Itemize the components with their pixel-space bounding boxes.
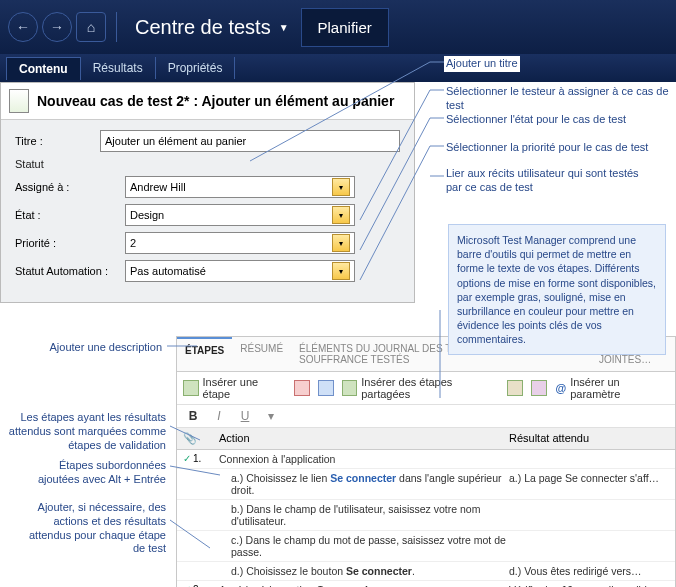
chevron-down-icon: ▾ [332, 178, 350, 196]
shared-steps-icon [342, 380, 358, 396]
tab-contenu[interactable]: Contenu [6, 57, 81, 80]
callout-stories: Lier aux récits utilisateur qui sont tes… [444, 166, 644, 196]
tab-row: Contenu Résultats Propriétés [0, 54, 676, 82]
tab-resume[interactable]: RÉSUMÉ [232, 337, 291, 371]
app-title-text: Centre de tests [135, 16, 271, 39]
titlebar: ← → ⌂ Centre de tests ▼ Planifier [0, 0, 676, 54]
extra-button-2[interactable] [531, 380, 547, 396]
chevron-down-icon: ▾ [332, 234, 350, 252]
app-title[interactable]: Centre de tests ▼ [135, 16, 289, 39]
bold-button[interactable]: B [183, 409, 203, 423]
etat-label: État : [15, 209, 125, 221]
insert-step-icon [183, 380, 199, 396]
at-icon: @ [555, 382, 566, 394]
arrow-icon [294, 380, 310, 396]
move-up-button[interactable] [294, 380, 310, 396]
arrow-icon [318, 380, 334, 396]
etat-select[interactable]: Design ▾ [125, 204, 355, 226]
callout-addsteps: Ajouter, si nécessaire, des actions et d… [18, 500, 168, 557]
insert-step-label: Insérer une étape [203, 376, 286, 400]
tool-icon [531, 380, 547, 396]
chevron-down-icon: ▼ [279, 22, 289, 33]
assigne-label: Assigné à : [15, 181, 125, 193]
row-automation: Statut Automation : Pas automatisé ▾ [15, 260, 400, 282]
step-row[interactable]: b.) Dans le champ de l'utilisateur, sais… [177, 500, 675, 531]
callout-validation: Les étapes ayant les résultats attendus … [4, 410, 168, 453]
automation-value: Pas automatisé [130, 265, 206, 277]
form-area: Titre : Statut Assigné à : Andrew Hill ▾… [1, 120, 414, 302]
insert-param-label: Insérer un paramètre [570, 376, 669, 400]
step-row[interactable]: c.) Dans le champ du mot de passe, saisi… [177, 531, 675, 562]
italic-button[interactable]: I [209, 409, 229, 423]
step-row[interactable]: d.) Choisissez le bouton Se connecter.d.… [177, 562, 675, 581]
page-header: Nouveau cas de test 2* : Ajouter un élém… [1, 83, 414, 120]
steps-body: ✓1.Connexion à l'application a.) Choisis… [177, 450, 675, 587]
attach-icon: 📎 [183, 432, 219, 445]
callout-substeps: Étapes subordonnées ajoutées avec Alt + … [18, 458, 168, 488]
assigne-value: Andrew Hill [130, 181, 186, 193]
priorite-value: 2 [130, 237, 136, 249]
insert-param-button[interactable]: @Insérer un paramètre [555, 376, 669, 400]
tab-proprietes[interactable]: Propriétés [156, 57, 236, 79]
page-panel: Nouveau cas de test 2* : Ajouter un élém… [0, 82, 415, 303]
callout-title: Ajouter un titre [444, 56, 520, 72]
callout-priority: Sélectionner la priorité pour le cas de … [444, 140, 650, 156]
statut-section-label: Statut [15, 158, 400, 170]
extra-button-1[interactable] [507, 380, 523, 396]
row-etat: État : Design ▾ [15, 204, 400, 226]
steps-panel: ÉTAPES RÉSUMÉ ÉLÉMENTS DU JOURNAL DES TR… [176, 336, 676, 587]
tab-resultats[interactable]: Résultats [81, 57, 156, 79]
step-row[interactable]: a.) Choisissez le lien Se connecter dans… [177, 469, 675, 500]
plan-button[interactable]: Planifier [301, 8, 389, 47]
callout-box-toolbar: Microsoft Test Manager comprend une barr… [448, 224, 666, 355]
automation-select[interactable]: Pas automatisé ▾ [125, 260, 355, 282]
tool-icon [507, 380, 523, 396]
color-button[interactable]: ▾ [261, 409, 281, 423]
step-icon: ✓ [183, 453, 191, 465]
step-row[interactable]: ✓2.Accéder à la section CommandeVérifier… [177, 581, 675, 587]
insert-shared-label: Insérer des étapes partagées [361, 376, 499, 400]
grid-header: 📎 Action Résultat attendu [177, 428, 675, 450]
titre-label: Titre : [15, 135, 100, 147]
back-button[interactable]: ← [8, 12, 38, 42]
tab-etapes[interactable]: ÉTAPES [177, 337, 232, 371]
priorite-select[interactable]: 2 ▾ [125, 232, 355, 254]
format-bar: B I U ▾ [177, 405, 675, 428]
assigne-select[interactable]: Andrew Hill ▾ [125, 176, 355, 198]
callout-tester: Sélectionner le testeur à assigner à ce … [444, 84, 676, 114]
callout-description: Ajouter une description [44, 340, 164, 356]
row-assigne: Assigné à : Andrew Hill ▾ [15, 176, 400, 198]
page-title: Nouveau cas de test 2* : Ajouter un élém… [37, 93, 394, 109]
steps-toolbar: Insérer une étape Insérer des étapes par… [177, 372, 675, 405]
row-priorite: Priorité : 2 ▾ [15, 232, 400, 254]
callout-state: Sélectionner l'état pour le cas de test [444, 112, 628, 128]
home-button[interactable]: ⌂ [76, 12, 106, 42]
etat-value: Design [130, 209, 164, 221]
priorite-label: Priorité : [15, 237, 125, 249]
insert-shared-button[interactable]: Insérer des étapes partagées [342, 376, 500, 400]
titre-input[interactable] [100, 130, 400, 152]
step-row[interactable]: ✓1.Connexion à l'application [177, 450, 675, 469]
document-icon [9, 89, 29, 113]
col-action: Action [219, 432, 509, 445]
move-down-button[interactable] [318, 380, 334, 396]
insert-step-button[interactable]: Insérer une étape [183, 376, 286, 400]
divider [116, 12, 117, 42]
col-result: Résultat attendu [509, 432, 669, 445]
underline-button[interactable]: U [235, 409, 255, 423]
chevron-down-icon: ▾ [332, 262, 350, 280]
automation-label: Statut Automation : [15, 265, 125, 277]
forward-button[interactable]: → [42, 12, 72, 42]
row-titre: Titre : [15, 130, 400, 152]
chevron-down-icon: ▾ [332, 206, 350, 224]
